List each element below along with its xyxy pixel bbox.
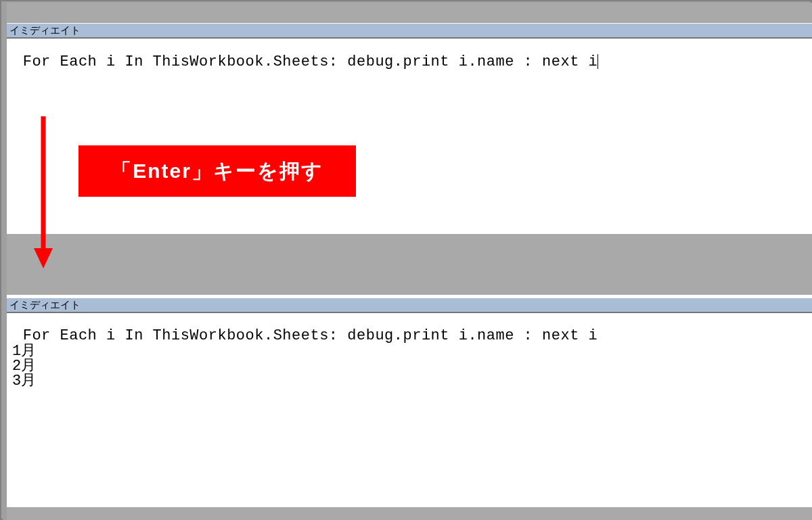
immediate-window-code-area-1[interactable]: For Each i In ThisWorkbook.Sheets: debug… (7, 38, 812, 234)
output-line: 3月 (12, 374, 36, 389)
output-line: 2月 (12, 359, 36, 374)
code-input-line-2[interactable]: For Each i In ThisWorkbook.Sheets: debug… (14, 328, 597, 344)
immediate-window-title-1: イミディエイト (7, 23, 812, 38)
code-input-line-1[interactable]: For Each i In ThisWorkbook.Sheets: debug… (14, 53, 598, 70)
gray-bar-middle (7, 234, 812, 295)
text-cursor-icon (597, 54, 598, 69)
window-frame: イミディエイト For Each i In ThisWorkbook.Sheet… (0, 0, 812, 520)
gray-bar-bottom (7, 507, 812, 520)
output-lines: 1月 2月 3月 (12, 344, 36, 389)
output-line: 1月 (12, 344, 36, 359)
immediate-window-code-area-2[interactable]: For Each i In ThisWorkbook.Sheets: debug… (7, 312, 812, 515)
annotation-callout: 「Enter」キーを押す (78, 145, 356, 197)
immediate-window-title-2: イミディエイト (7, 298, 812, 312)
gray-bar-top (7, 3, 812, 23)
